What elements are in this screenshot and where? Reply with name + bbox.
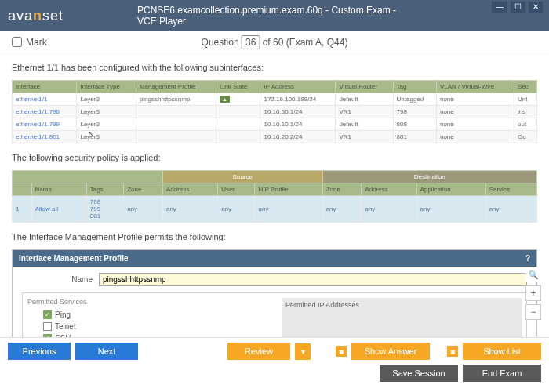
title-bar: avanset PCNSE6.examcollection.premium.ex… <box>0 0 549 31</box>
end-exam-button[interactable]: End Exam <box>463 365 541 382</box>
profile-name-input[interactable] <box>99 273 527 286</box>
permitted-ip-list: Permitted IP Addresses <box>282 298 522 337</box>
name-label: Name <box>22 275 93 284</box>
profile-header: Interface Management Profile ? <box>13 250 536 267</box>
help-icon[interactable]: ? <box>525 254 530 263</box>
service-checkbox-row[interactable]: ✓Ping <box>27 309 267 321</box>
app-logo: avanset <box>8 8 64 24</box>
next-button[interactable]: Next <box>75 343 138 360</box>
table-row: ethernet1/1Layer3pingsshhttpssnmp▲172.16… <box>13 93 537 106</box>
table-row: ethernet1/1.798Layer310.10.30.1/24VR1798… <box>13 106 537 118</box>
review-button[interactable]: Review <box>227 343 290 360</box>
window-controls: — ☐ ✕ <box>492 2 543 13</box>
mark-label: Mark <box>26 37 47 48</box>
zoom-controls: 🔍 + − <box>525 267 541 320</box>
save-session-button[interactable]: Save Session <box>380 365 458 382</box>
question-indicator: Question 36 of 60 (Exam A, Q44) <box>202 37 348 48</box>
minimize-button[interactable]: — <box>492 2 507 13</box>
show-list-button[interactable]: Show List <box>463 343 541 360</box>
show-answer-checkbox[interactable]: ■ <box>336 346 347 357</box>
maximize-button[interactable]: ☐ <box>511 2 525 13</box>
footer-bar: Previous Next Review ▾ ■ Show Answer ■ S… <box>0 337 549 392</box>
intro-text-1: Ethernet 1/1 has been configured with th… <box>12 63 537 72</box>
permitted-services-label: Permitted Services <box>27 298 267 306</box>
previous-button[interactable]: Previous <box>8 343 71 360</box>
mouse-cursor-icon: ↖ <box>88 129 94 138</box>
zoom-in-button[interactable]: + <box>525 285 541 301</box>
show-list-checkbox[interactable]: ■ <box>447 346 458 357</box>
policy-table: SourceDestination NameTagsZoneAddressUse… <box>12 170 537 223</box>
mark-checkbox[interactable] <box>12 37 22 47</box>
intro-text-2: The following security policy is applied… <box>12 153 537 162</box>
show-answer-button[interactable]: Show Answer <box>351 343 430 360</box>
question-bar: Mark Question 36 of 60 (Exam A, Q44) <box>0 31 549 53</box>
service-checkbox-row[interactable]: Telnet <box>27 321 267 332</box>
close-button[interactable]: ✕ <box>529 2 543 13</box>
window-title: PCNSE6.examcollection.premium.exam.60q -… <box>137 5 412 27</box>
zoom-out-button[interactable]: − <box>525 304 541 320</box>
magnify-icon[interactable]: 🔍 <box>525 267 541 282</box>
question-content[interactable]: Ethernet 1/1 has been configured with th… <box>0 53 549 337</box>
intro-text-3: The Interface Management Profile permits… <box>12 232 537 241</box>
management-profile-panel: Interface Management Profile ? Name Perm… <box>12 249 537 337</box>
review-dropdown-icon[interactable]: ▾ <box>295 343 311 360</box>
